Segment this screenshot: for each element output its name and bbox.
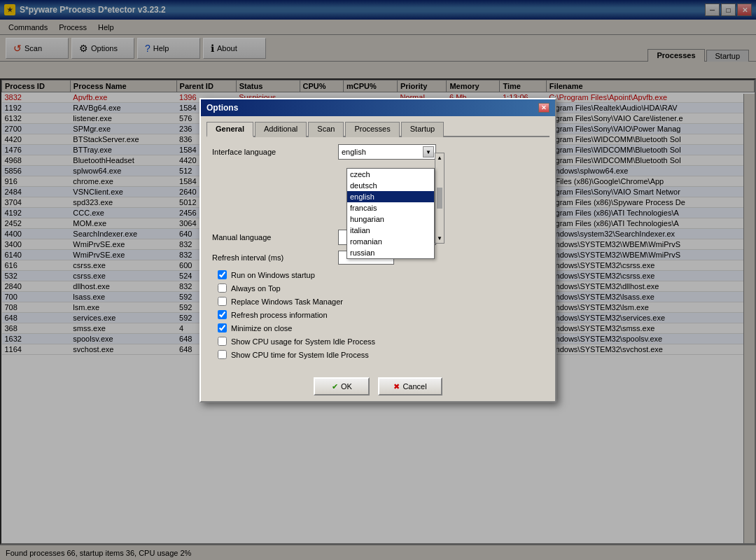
modal-title: Options xyxy=(206,103,238,113)
modal-tab-additional[interactable]: Additional xyxy=(255,122,307,137)
checkbox-row-show_cpu_time: Show CPU time for System Idle Process xyxy=(206,350,550,359)
modal-footer: ✔ OK ✖ Cancel xyxy=(201,369,555,401)
checkbox-row-minimize_close: Minimize on close xyxy=(206,323,550,332)
cancel-button[interactable]: ✖ Cancel xyxy=(378,377,442,396)
cancel-icon: ✖ xyxy=(393,382,400,391)
scroll-down-arrow[interactable]: ▼ xyxy=(435,235,444,241)
scroll-up-arrow[interactable]: ▲ xyxy=(435,155,444,161)
language-dropdown-list: czech deutsch english francais hungarian… xyxy=(346,153,444,244)
lang-francais[interactable]: francais xyxy=(347,202,434,214)
modal-close-button[interactable]: ✕ xyxy=(538,103,550,113)
checkbox-always_on_top[interactable] xyxy=(218,284,227,293)
modal-tab-general[interactable]: General xyxy=(206,122,253,137)
lang-deutsch[interactable]: deutsch xyxy=(347,180,434,191)
modal-tab-startup[interactable]: Startup xyxy=(401,122,444,137)
checkbox-label-always_on_top[interactable]: Always on Top xyxy=(231,284,281,293)
dropdown-list-wrapper: czech deutsch english francais hungarian… xyxy=(346,153,444,244)
checkbox-show_cpu_time[interactable] xyxy=(218,350,227,359)
modal-content: General Additional Scan Processes Startu… xyxy=(201,116,555,369)
checkbox-label-show_cpu_time[interactable]: Show CPU time for System Idle Process xyxy=(231,351,369,359)
cancel-label: Cancel xyxy=(402,382,426,391)
checkbox-replace_task_manager[interactable] xyxy=(218,297,227,306)
lang-italian[interactable]: italian xyxy=(347,225,434,236)
checkbox-label-replace_task_manager[interactable]: Replace Windows Task Manager xyxy=(231,298,343,306)
checkboxes-container: Run on Windows startupAlways on TopRepla… xyxy=(206,270,550,359)
checkbox-row-always_on_top: Always on Top xyxy=(206,284,550,293)
modal-tab-processes[interactable]: Processes xyxy=(345,122,399,137)
lang-czech[interactable]: czech xyxy=(347,169,434,180)
lang-romanian[interactable]: romanian xyxy=(347,236,434,247)
checkbox-row-run_startup: Run on Windows startup xyxy=(206,270,550,279)
lang-english[interactable]: english xyxy=(347,191,434,202)
checkbox-label-show_cpu_idle[interactable]: Show CPU usage for System Idle Process xyxy=(231,337,375,346)
scroll-thumb[interactable] xyxy=(437,188,442,209)
checkbox-show_cpu_idle[interactable] xyxy=(218,337,227,346)
modal-titlebar: Options ✕ xyxy=(201,99,555,116)
checkbox-refresh_process[interactable] xyxy=(218,310,227,319)
modal-overlay: Options ✕ General Additional Scan Proces… xyxy=(0,0,756,560)
checkbox-run_startup[interactable] xyxy=(218,270,227,279)
lang-russian[interactable]: russian xyxy=(347,247,434,258)
checkbox-row-show_cpu_idle: Show CPU usage for System Idle Process xyxy=(206,337,550,346)
interface-language-label: Interface language xyxy=(212,148,338,156)
lang-hungarian[interactable]: hungarian xyxy=(347,214,434,225)
checkbox-label-minimize_close[interactable]: Minimize on close xyxy=(231,324,292,332)
refresh-interval-label: Refresh interval (ms) xyxy=(212,253,338,262)
ok-label: OK xyxy=(341,382,352,391)
manual-language-label: Manual language xyxy=(212,233,338,241)
checkbox-row-refresh_process: Refresh process information xyxy=(206,310,550,319)
checkbox-label-refresh_process[interactable]: Refresh process information xyxy=(231,311,328,319)
ok-button[interactable]: ✔ OK xyxy=(314,377,370,396)
checkbox-minimize_close[interactable] xyxy=(218,323,227,332)
checkbox-label-run_startup[interactable]: Run on Windows startup xyxy=(231,271,315,279)
options-dialog: Options ✕ General Additional Scan Proces… xyxy=(200,98,556,402)
language-list: czech deutsch english francais hungarian… xyxy=(346,168,435,259)
checkbox-row-replace_task_manager: Replace Windows Task Manager xyxy=(206,297,550,306)
ok-icon: ✔ xyxy=(332,382,338,391)
modal-tabs: General Additional Scan Processes Startu… xyxy=(206,122,550,137)
dropdown-scrollbar[interactable]: ▲ ▼ xyxy=(435,153,444,244)
modal-tab-scan[interactable]: Scan xyxy=(308,122,344,137)
